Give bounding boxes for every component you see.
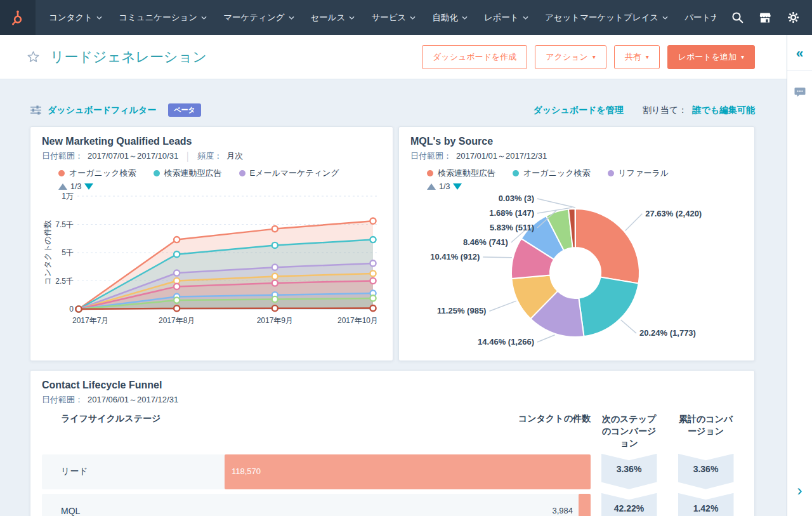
legend-item[interactable]: 検索連動型広告 xyxy=(427,168,495,179)
legend-label: 検索連動型広告 xyxy=(164,168,222,179)
report-cards-row: New Marketing Qualified Leads 日付範囲： 2017… xyxy=(30,126,755,361)
column-header-count: コンタクトの件数 xyxy=(225,413,591,449)
nav-item-2[interactable]: マーケティング xyxy=(215,0,302,35)
cumulative-conversion-badge: 1.42% xyxy=(678,493,734,516)
settings-gear-icon[interactable] xyxy=(780,5,806,30)
nav-item-label: サービス xyxy=(371,12,406,23)
header-button-3[interactable]: レポートを追加▾ xyxy=(667,45,755,69)
next-step-conversion-badge: 3.36% xyxy=(601,454,657,489)
manage-dashboards-link[interactable]: ダッシュボードを管理 xyxy=(533,105,623,116)
funnel-header-row: ライフサイクルステージ コンタクトの件数 次のステップのコンバージョン 累計のコ… xyxy=(42,413,743,449)
pie-slice-label: 20.24% (1,773) xyxy=(639,328,696,338)
nav-item-label: 自動化 xyxy=(432,12,458,23)
funnel-rows: リード118,5703.36%3.36%MQL3,98442.22%1.42% xyxy=(42,454,743,516)
funnel-bar: 118,570 xyxy=(225,454,591,489)
column-header-next-conversion: 次のステップのコンバージョン xyxy=(591,413,667,449)
data-point xyxy=(370,237,376,242)
legend-label: Eメールマーケティング xyxy=(250,168,339,179)
dashboard-filter-button[interactable]: ダッシュボードフィルター ベータ xyxy=(30,103,201,117)
legend-label: オーガニック検索 xyxy=(69,168,136,179)
pie-slice xyxy=(575,209,639,284)
legend-prev-icon[interactable] xyxy=(58,183,67,190)
header-button-2[interactable]: 共有▾ xyxy=(614,45,660,69)
data-point xyxy=(174,251,180,257)
legend-dot xyxy=(58,170,65,176)
nav-item-1[interactable]: コミュニケーション xyxy=(110,0,215,35)
legend-item[interactable]: オーガニック検索 xyxy=(513,168,591,179)
legend-next-icon[interactable] xyxy=(453,183,462,190)
nav-item-truncated[interactable]: パートナー xyxy=(676,0,724,35)
pie-slice-label: 11.25% (985) xyxy=(437,306,486,315)
report-title: Contact Lifecycle Funnel xyxy=(42,380,743,391)
legend-item[interactable]: 検索連動型広告 xyxy=(154,168,222,179)
chevron-down-icon xyxy=(289,16,294,20)
collapse-panel-icon[interactable]: « xyxy=(787,35,812,70)
nav-item-label: コミュニケーション xyxy=(119,12,197,23)
y-axis-label: コンタクトの件数 xyxy=(43,220,52,285)
data-point xyxy=(370,278,376,284)
data-point xyxy=(174,270,180,275)
nav-icons: 2 xyxy=(724,5,812,30)
pie-slice-label: 27.63% (2,420) xyxy=(645,209,702,218)
x-tick-label: 2017年9月 xyxy=(257,316,293,325)
search-icon[interactable] xyxy=(724,5,750,30)
header-button-0[interactable]: ダッシュボードを作成 xyxy=(422,45,527,69)
chart-legend: 検索連動型広告オーガニック検索リファーラル xyxy=(410,168,743,179)
nav-item-label: コンタクト xyxy=(49,12,93,23)
nav-item-6[interactable]: レポート xyxy=(476,0,537,35)
data-point xyxy=(272,274,278,279)
legend-item[interactable]: Eメールマーケティング xyxy=(239,168,339,179)
column-header-cumulative-conversion: 累計のコンバージョン xyxy=(667,413,744,449)
header-button-1[interactable]: アクション▾ xyxy=(535,45,606,69)
legend-item[interactable]: オーガニック検索 xyxy=(58,168,136,179)
funnel-bar-cell: 118,570 xyxy=(225,454,591,489)
nav-menu: コンタクトコミュニケーションマーケティングセールスサービス自動化レポートアセット… xyxy=(41,0,724,35)
comments-icon[interactable] xyxy=(787,86,812,98)
nav-item-4[interactable]: サービス xyxy=(363,0,424,35)
favorite-star-icon[interactable] xyxy=(27,50,40,63)
report-date-range: 日付範囲： 2017/07/01～2017/10/31 │ 頻度： 月次 xyxy=(42,150,381,162)
data-point xyxy=(370,260,376,266)
data-point xyxy=(272,226,278,232)
funnel-bar xyxy=(579,494,591,516)
data-point xyxy=(370,305,376,311)
nav-item-label: マーケティング xyxy=(223,12,284,23)
dashboard-main: ダッシュボードフィルター ベータ ダッシュボードを管理 割り当て： 誰でも編集可… xyxy=(0,79,787,516)
nav-item-3[interactable]: セールス xyxy=(303,0,363,35)
report-card-new-mql: New Marketing Qualified Leads 日付範囲： 2017… xyxy=(30,126,393,361)
hubspot-logo[interactable] xyxy=(0,0,36,35)
nav-item-7[interactable]: アセットマーケットプレイス xyxy=(537,0,676,35)
legend-next-icon[interactable] xyxy=(84,183,93,190)
page-header: リードジェネレーション ダッシュボードを作成アクション▾共有▾レポートを追加▾ xyxy=(0,35,787,79)
data-point xyxy=(272,242,278,248)
caret-down-icon: ▾ xyxy=(741,54,744,60)
report-title: New Marketing Qualified Leads xyxy=(42,136,381,147)
nav-item-0[interactable]: コンタクト xyxy=(41,0,110,35)
calls-phone-icon[interactable] xyxy=(808,5,812,30)
filter-bar-right: ダッシュボードを管理 割り当て： 誰でも編集可能 xyxy=(533,105,755,116)
chart-legend: オーガニック検索検索連動型広告Eメールマーケティング xyxy=(42,168,381,179)
nav-item-5[interactable]: 自動化 xyxy=(424,0,476,35)
data-point xyxy=(370,295,376,301)
legend-dot xyxy=(513,170,519,176)
button-label: レポートを追加 xyxy=(678,51,737,63)
legend-prev-icon[interactable] xyxy=(427,183,436,190)
nav-item-label: レポート xyxy=(484,12,519,23)
data-point xyxy=(174,284,180,289)
expand-panel-icon[interactable]: › xyxy=(787,483,812,498)
data-point xyxy=(272,296,278,302)
marketplace-icon[interactable] xyxy=(752,5,778,30)
pie-slice-label: 5.83% (511) xyxy=(490,223,534,232)
data-point xyxy=(370,270,376,276)
x-tick-label: 2017年8月 xyxy=(159,316,195,325)
legend-pager: 1/3 xyxy=(42,182,381,191)
chevron-down-icon xyxy=(462,16,468,20)
legend-item[interactable]: リファーラル xyxy=(608,168,669,179)
funnel-bar-cell: 3,984 xyxy=(225,494,591,516)
pie-slice-label: 10.41% (912) xyxy=(430,252,480,261)
assigned-value-link[interactable]: 誰でも編集可能 xyxy=(692,105,755,116)
data-point xyxy=(272,305,278,311)
pie-slice-label: 1.68% (147) xyxy=(489,208,534,218)
chevron-down-icon xyxy=(201,16,207,20)
assigned-label: 割り当て： xyxy=(643,105,688,116)
